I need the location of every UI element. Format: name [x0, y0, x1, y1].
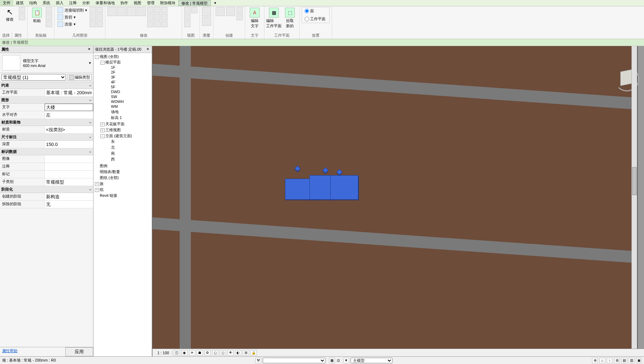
tree-toggle-root[interactable]: −: [95, 55, 99, 59]
tree-toggle-groups[interactable]: +: [95, 188, 99, 192]
prop-created-value[interactable]: [45, 193, 93, 200]
prop-text-value[interactable]: [45, 104, 93, 111]
sb-btn7[interactable]: ▣: [636, 358, 642, 363]
place-workplane-radio[interactable]: 工作平面: [302, 15, 329, 23]
view-btn2[interactable]: [191, 7, 197, 13]
tree-views-all[interactable]: 视图 (全部): [100, 54, 119, 59]
edit-text-button[interactable]: A编辑 文字: [247, 7, 262, 29]
menu-struct[interactable]: 结构: [27, 0, 40, 6]
tree-groups[interactable]: 组: [100, 187, 104, 192]
tree-floor-标高 1[interactable]: 标高 1: [111, 116, 122, 120]
prop-workplane-value[interactable]: [45, 89, 93, 96]
pick-new-button[interactable]: ⬚拾取 新的: [283, 7, 297, 29]
create-group-button[interactable]: [226, 7, 235, 16]
type-selector[interactable]: 模型文字 600 mm Arial ▾: [0, 53, 93, 73]
group-phase[interactable]: 阶段化: [1, 187, 13, 192]
tree-links[interactable]: Revit 链接: [100, 193, 117, 198]
tree-floor-SW[interactable]: SW: [111, 95, 117, 99]
menu-collab[interactable]: 协作: [118, 0, 131, 6]
mirror-axis-button[interactable]: [127, 7, 136, 16]
delete-button[interactable]: [161, 21, 167, 27]
group-graphic[interactable]: 图形: [1, 97, 9, 103]
tree-ceiling[interactable]: 天花板平面: [105, 122, 125, 126]
sb-filter-icon[interactable]: ▼: [343, 358, 349, 363]
menu-insert[interactable]: 插入: [53, 0, 66, 6]
select-panel-label[interactable]: 选择: [2, 33, 10, 38]
menu-arch[interactable]: 建筑: [13, 0, 27, 6]
mirror-draw-button[interactable]: [137, 7, 146, 16]
menu-addins[interactable]: 附加模块: [157, 0, 178, 6]
menu-view[interactable]: 视图: [131, 0, 144, 6]
cut-clipboard-button[interactable]: [46, 7, 52, 13]
qat-dropdown[interactable]: ▾: [214, 0, 216, 6]
tree-elevations[interactable]: 立面 (建筑立面): [105, 134, 132, 138]
vc-temp-button[interactable]: ◐: [235, 350, 241, 356]
view-scale[interactable]: 1 : 100: [155, 351, 172, 355]
match-button[interactable]: [46, 21, 52, 27]
place-face-radio[interactable]: 面: [302, 7, 329, 15]
join-geom-button[interactable]: 连接 ▾: [57, 21, 88, 27]
tree-schedules[interactable]: 明细表/数量: [100, 170, 120, 174]
move-button[interactable]: [147, 7, 153, 13]
sb-btn4[interactable]: ⊞: [614, 358, 620, 363]
edit-type-button[interactable]: 编辑类型: [67, 74, 92, 81]
sb-filter-select[interactable]: 主模型: [351, 358, 392, 363]
type-prop-button[interactable]: [19, 7, 25, 13]
prop-toggle-button[interactable]: [19, 14, 25, 20]
sb-select-count-icon[interactable]: ▦: [329, 358, 335, 363]
vc-sun-button[interactable]: ☀: [189, 350, 195, 356]
tree-floor-WM[interactable]: WM: [111, 104, 118, 109]
tree-floor-1F[interactable]: 1F: [111, 65, 115, 69]
properties-help-link[interactable]: 属性帮助: [0, 347, 65, 356]
rotate-button[interactable]: [161, 7, 167, 13]
create-btn3[interactable]: [237, 7, 243, 13]
vc-constraints-button[interactable]: 🔒: [250, 350, 257, 356]
vc-analytical-button[interactable]: ⊞: [243, 350, 249, 356]
geom-btn4[interactable]: [97, 14, 103, 20]
sb-btn2[interactable]: ⌂: [599, 358, 605, 363]
view-btn3[interactable]: [184, 14, 190, 20]
prop-depth-value[interactable]: [45, 141, 93, 148]
tree-floor-3F[interactable]: 3F: [111, 75, 115, 79]
tree-elev-北[interactable]: 北: [111, 145, 115, 149]
instance-selector[interactable]: 常规模型 (1): [1, 74, 66, 81]
tree-families[interactable]: 族: [100, 181, 104, 186]
prop-halign-value[interactable]: [45, 111, 93, 119]
sb-btn1[interactable]: ⊕: [592, 358, 598, 363]
align-button[interactable]: [107, 7, 117, 16]
tree-elev-东[interactable]: 东: [111, 139, 115, 143]
array-button[interactable]: [161, 14, 167, 20]
menu-file[interactable]: 文件: [0, 0, 13, 6]
tree-toggle-floor[interactable]: −: [100, 61, 105, 65]
tree-sheets[interactable]: 图纸 (全部): [100, 176, 119, 180]
split-button[interactable]: [154, 14, 160, 20]
properties-close-button[interactable]: ×: [87, 47, 92, 52]
tree-elev-南[interactable]: 南: [111, 151, 115, 155]
vc-crop-show-button[interactable]: ◻: [220, 350, 226, 356]
cut-geom-button[interactable]: 剪切 ▾: [57, 14, 88, 20]
edit-workplane-button[interactable]: ▦编辑 工作平面: [267, 7, 281, 29]
tree-legend[interactable]: 图例: [100, 164, 107, 168]
sb-worksets-button[interactable]: ⚒: [255, 358, 261, 363]
tree-floor-WDWH[interactable]: WDWH: [111, 99, 124, 104]
pin-button[interactable]: [154, 21, 160, 27]
geom-btn2[interactable]: [97, 7, 103, 13]
browser-close-button[interactable]: ×: [145, 47, 150, 52]
prop-mark-value[interactable]: [45, 171, 93, 178]
tree-toggle-elev[interactable]: −: [100, 134, 105, 138]
view-btn4[interactable]: [184, 21, 190, 27]
prop-comment-value[interactable]: [45, 163, 93, 170]
create-similar-button[interactable]: [216, 7, 225, 16]
vc-detail-button[interactable]: ◫: [174, 350, 180, 356]
menu-analyze[interactable]: 分析: [80, 0, 93, 6]
menu-annotate[interactable]: 注释: [66, 0, 80, 6]
vc-style-button[interactable]: ◉: [181, 350, 188, 356]
modify-tool-button[interactable]: ↖修改: [2, 7, 17, 23]
vc-shadow-button[interactable]: ☗: [197, 350, 203, 356]
measure-button[interactable]: [202, 17, 211, 26]
group-id[interactable]: 标识数据: [1, 149, 17, 154]
menu-system[interactable]: 系统: [40, 0, 53, 6]
copy-clipboard-button[interactable]: [46, 14, 52, 20]
tree-floor-4F[interactable]: 4F: [111, 80, 115, 84]
tree-elev-西[interactable]: 西: [111, 157, 115, 161]
